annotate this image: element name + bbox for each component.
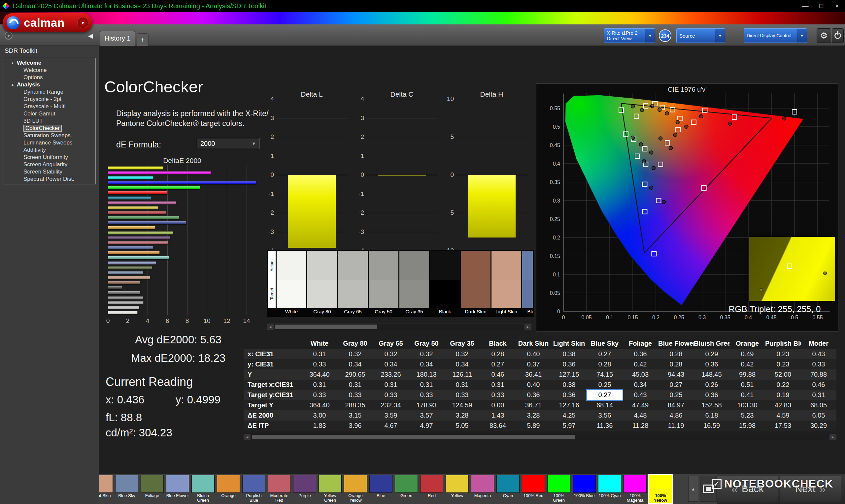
scroll-thumb[interactable] — [252, 435, 575, 439]
source-dropdown[interactable]: Source ▼ — [676, 29, 725, 43]
strip-scrollbar[interactable]: ◄ ► — [267, 324, 531, 330]
meter-dropdown[interactable]: X-Rite i1Pro 2 Direct View ▼ — [604, 29, 655, 43]
table-scrollbar[interactable]: ◄ ► — [244, 434, 837, 440]
patch-button-100-green[interactable]: 100% Green — [547, 475, 570, 503]
patch-button-bluish-green[interactable]: Bluish Green — [191, 475, 214, 503]
maximize-button[interactable]: □ — [813, 0, 829, 12]
patch-button-yellow[interactable]: Yellow — [446, 475, 469, 503]
table-cell: 1.43 — [480, 410, 515, 420]
patch-button-100-cyan[interactable]: 100% Cyan — [598, 475, 621, 503]
de-formula-select[interactable]: 2000 ▼ — [197, 138, 260, 149]
sidebar-item-grayscale-2pt[interactable]: Grayscale - 2pt — [3, 96, 95, 103]
rgb-triplet-readout: RGB Triplet: 255, 255, 0 — [715, 304, 834, 314]
patch-button-yellow-green[interactable]: Yellow Green — [318, 475, 341, 503]
patch-button-purplish-blue[interactable]: Purplish Blue — [242, 475, 265, 503]
chevron-left-icon: « — [732, 483, 738, 496]
sidebar-item-additivity[interactable]: Additivity — [3, 146, 95, 154]
sidebar-item-color-gamut[interactable]: Color Gamut — [3, 110, 95, 118]
table-cell: 0.25 — [587, 380, 622, 390]
editable-cell[interactable]: 0.27 — [587, 390, 622, 400]
table-cell: 42.83 — [765, 400, 801, 410]
table-cell: 47.49 — [622, 400, 658, 410]
tree-item-label: ColorChecker — [23, 125, 62, 132]
patch-button-light-skin[interactable]: Light Skin — [99, 475, 113, 503]
close-button[interactable]: × — [829, 0, 845, 12]
svg-text:0.05: 0.05 — [550, 290, 560, 296]
patch-button-label: Light Skin — [99, 493, 113, 498]
tree-section-analysis[interactable]: ▲Analysis — [3, 81, 95, 88]
patch-button-orange-yellow[interactable]: Orange Yellow — [344, 475, 367, 503]
chevron-down-icon[interactable]: ▼ — [797, 29, 807, 42]
power-button[interactable] — [832, 29, 844, 43]
sidebar-item-3d-lut[interactable]: 3D LUT — [3, 118, 95, 125]
sidebar-item-welcome[interactable]: Welcome — [3, 67, 95, 74]
add-tab-button[interactable]: + — [137, 33, 148, 46]
expand-patch-bar-button[interactable]: ▲ — [688, 476, 698, 502]
scroll-left-icon[interactable]: ◄ — [244, 434, 250, 440]
table-cell: 0.28 — [587, 359, 622, 370]
display-window-button[interactable] — [700, 476, 717, 502]
sidebar-item-screen-stability[interactable]: Screen Stability — [3, 168, 95, 176]
table-cell: 127.15 — [551, 370, 587, 380]
reading-cdm2: cd/m²: 304.23 — [106, 427, 172, 439]
table-cell: 0.31 — [302, 349, 337, 359]
sidebar-item-options[interactable]: Options — [3, 74, 95, 81]
sidebar-item-dynamic-range[interactable]: Dynamic Range — [3, 88, 95, 96]
expand-icon[interactable]: ▲ — [11, 81, 14, 88]
next-button[interactable]: Next » — [780, 475, 841, 502]
tree-section-welcome[interactable]: ▲Welcome — [3, 59, 95, 67]
patch-swatch — [623, 475, 647, 493]
patch-button-blue-sky[interactable]: Blue Sky — [115, 475, 138, 503]
patch-button-red[interactable]: Red — [420, 475, 443, 503]
deltae-bar-row — [108, 200, 260, 205]
chevron-down-icon[interactable]: ▼ — [715, 29, 725, 42]
display-control-dropdown[interactable]: Direct Display Control ▼ — [744, 29, 807, 43]
patch-button-foliage[interactable]: Foliage — [141, 475, 164, 503]
patch-button-100-magenta[interactable]: 100% Magenta — [623, 475, 647, 503]
calman-logo-menu[interactable]: calman ▼ — [3, 13, 92, 32]
table-cell: 233.26 — [373, 370, 409, 380]
tree-item-label: Welcome — [23, 67, 47, 73]
deltae-bar-row — [108, 281, 260, 285]
scroll-right-icon[interactable]: ► — [525, 324, 531, 330]
sidebar-item-spectral-power-dist[interactable]: Spectral Power Dist. — [3, 176, 95, 183]
sidebar-item-screen-uniformity[interactable]: Screen Uniformity — [3, 154, 95, 161]
patch-button-moderate-red[interactable]: Moderate Red — [268, 475, 291, 503]
column-header-white: White — [302, 338, 337, 349]
max-de2000: Max dE2000: 18.23 — [112, 352, 244, 364]
sidebar-item-saturation-sweeps[interactable]: Saturation Sweeps — [3, 132, 95, 139]
back-button[interactable]: « Back — [717, 475, 778, 502]
sidebar-item-colorchecker[interactable]: ColorChecker — [3, 125, 95, 132]
scroll-left-icon[interactable]: ◄ — [267, 324, 274, 330]
sidebar-item-luminance-sweeps[interactable]: Luminance Sweeps — [3, 139, 95, 146]
sidebar-item-grayscale-multi[interactable]: Grayscale - Multi — [3, 103, 95, 110]
scroll-right-icon[interactable]: ► — [829, 434, 836, 440]
patch-button-cyan[interactable]: Cyan — [496, 475, 520, 503]
patch-swatch — [573, 475, 596, 493]
gridline — [366, 232, 438, 232]
patch-button-green[interactable]: Green — [395, 475, 418, 503]
tab-history-1[interactable]: History 1 — [100, 31, 135, 46]
patch-button-blue-flower[interactable]: Blue Flower — [166, 475, 189, 503]
patch-button-100-yellow[interactable]: 100% Yellow — [649, 475, 672, 503]
patch-button-magenta[interactable]: Magenta — [471, 475, 494, 503]
chevron-down-icon[interactable]: ▼ — [645, 29, 655, 42]
expand-icon[interactable]: ▲ — [11, 59, 14, 67]
patch-button-100-red[interactable]: 100% Red — [522, 475, 545, 503]
patch-button-purple[interactable]: Purple — [293, 475, 316, 503]
patch-button-blue[interactable]: Blue — [369, 475, 392, 503]
svg-text:0.45: 0.45 — [550, 143, 560, 148]
minimize-button[interactable]: — — [797, 0, 813, 12]
record-button[interactable] — [5, 32, 13, 40]
patch-button-orange[interactable]: Orange — [217, 475, 240, 503]
table-cell: 0.33 — [801, 359, 837, 370]
scroll-thumb[interactable] — [275, 325, 377, 329]
svg-text:0: 0 — [557, 309, 560, 314]
sidebar-item-screen-angularity[interactable]: Screen Angularity — [3, 161, 95, 168]
logo-dropdown-icon[interactable]: ▼ — [77, 17, 88, 29]
settings-button[interactable]: ⚙ — [816, 29, 831, 43]
patch-button-100-blue[interactable]: 100% Blue — [573, 475, 596, 503]
axis-tick-label: -3 — [268, 228, 274, 235]
deltae-bar-purple — [108, 236, 170, 239]
sidebar-collapse-icon[interactable]: ◀ — [85, 30, 96, 41]
